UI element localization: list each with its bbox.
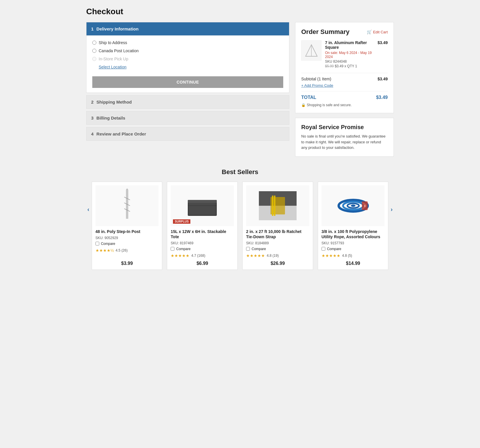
order-product-row: 7 in. Aluminum Rafter Square On sale: Ma… [301, 40, 388, 68]
total-label: TOTAL [301, 95, 316, 100]
product-1-compare-label: Compare [101, 242, 115, 246]
svg-line-3 [306, 45, 311, 56]
step-4-title: Review and Place Order [96, 131, 146, 136]
product-details: 7 in. Aluminum Rafter Square On sale: Ma… [325, 40, 374, 68]
product-2-compare-checkbox[interactable] [171, 247, 174, 251]
step-1-number: 1 [91, 26, 93, 31]
instore-pickup-label: In-Store Pick Up [99, 57, 128, 61]
qty: QTY 1 [347, 64, 357, 68]
product-line-price: $3.49 [378, 40, 388, 68]
step-1-header: 1 Delivery Information [86, 22, 289, 35]
product-sale: On sale: May 6 2024 - May 19 2024 [325, 51, 374, 59]
svg-point-21 [351, 205, 356, 207]
subtotal-row: Subtotal (1 Item) $3.49 [301, 77, 388, 81]
step-3-header: 3 Billing Details [86, 111, 289, 124]
sale-price: $3.49 [335, 64, 343, 68]
product-card-img-4: R [322, 185, 385, 226]
checkout-steps: 1 Delivery Information Ship to Address C… [86, 22, 289, 141]
product-2-compare[interactable]: Compare [171, 247, 234, 251]
product-3-price: $26.99 [246, 261, 309, 266]
product-sku: SKU 8244048 [325, 59, 374, 64]
total-value: $3.49 [376, 95, 388, 100]
divider-1 [301, 73, 388, 73]
product-3-name: 2 in. x 27 ft 10,000 lb Ratchet Tie-Down… [246, 229, 309, 239]
product-2-name: 15L x 12W x 6H in. Stackable Tote [171, 229, 234, 239]
best-sellers-section: Best Sellers ‹ [86, 168, 394, 270]
product-4-stars: ★★★★★ [322, 253, 340, 258]
step-2: 2 Shipping Method [86, 95, 289, 109]
rope-img: R [334, 194, 372, 217]
svg-marker-5 [126, 188, 128, 190]
instore-pickup-option: In-Store Pick Up [92, 57, 283, 61]
product-3-sku: SKU: 8184889 [246, 241, 309, 245]
step-3-title: Billing Details [96, 115, 125, 120]
product-3-rating: ★★★★★ 4.8 (19) [246, 253, 309, 258]
product-4-compare-checkbox[interactable] [322, 247, 325, 251]
product-price-detail: $5.99 $3.49 x QTY 1 [325, 64, 374, 68]
product-2-price: $6.99 [171, 261, 234, 266]
order-summary: Order Summary 🛒 Edit Cart [295, 22, 394, 113]
prev-arrow[interactable]: ‹ [86, 205, 92, 214]
product-3-compare-checkbox[interactable] [246, 247, 250, 251]
product-3-stars: ★★★★★ [246, 253, 265, 258]
ship-to-address-option[interactable]: Ship to Address [92, 40, 283, 45]
product-1-compare[interactable]: Compare [95, 242, 159, 246]
product-image [301, 40, 322, 61]
cart-icon: 🛒 [367, 30, 372, 34]
products-wrapper: 48 in. Poly Step-In Post SKU: 9052929 Co… [92, 182, 389, 270]
total-row: TOTAL $3.49 [301, 95, 388, 100]
right-column: Order Summary 🛒 Edit Cart [295, 22, 394, 157]
continue-button[interactable]: CONTINUE [92, 76, 283, 88]
original-price: $5.99 [325, 64, 334, 68]
product-card-4: R 3/8 in. x 100 ft Polypropylene Utility… [318, 182, 389, 270]
add-promo-link[interactable]: + Add Promo Code [301, 83, 333, 88]
lock-icon: 🔒 [301, 103, 306, 107]
strap-img [259, 191, 297, 220]
svg-rect-12 [188, 200, 217, 203]
select-location-link[interactable]: Select Location [99, 65, 127, 69]
edit-cart-link[interactable]: 🛒 Edit Cart [367, 30, 388, 34]
svg-rect-16 [272, 196, 273, 216]
product-4-rating: ★★★★★ 4.8 (5) [322, 253, 385, 258]
product-4-count: 4.8 (5) [342, 254, 352, 258]
surplus-badge-2: SURPLUS [173, 219, 190, 224]
product-1-rating: ★★★★½ 4.5 (26) [95, 248, 159, 253]
canada-post-label: Canada Post Location [99, 48, 139, 53]
order-summary-title: Order Summary [301, 28, 349, 36]
edit-cart-label: Edit Cart [373, 30, 388, 34]
product-4-compare[interactable]: Compare [322, 247, 385, 251]
product-4-name: 3/8 in. x 100 ft Polypropylene Utility R… [322, 229, 385, 239]
product-name: 7 in. Aluminum Rafter Square [325, 40, 374, 50]
step-4-header: 4 Review and Place Order [86, 127, 289, 140]
product-1-name: 48 in. Poly Step-In Post [95, 229, 159, 234]
product-image-svg [304, 43, 319, 58]
next-arrow[interactable]: › [388, 205, 394, 214]
canada-post-option[interactable]: Canada Post Location [92, 48, 283, 53]
royal-service-description: No sale is final until you're satisfied.… [301, 133, 388, 151]
product-card-img-1 [95, 185, 159, 226]
step-1-body: Ship to Address Canada Post Location In-… [86, 35, 289, 93]
ship-to-address-radio[interactable] [92, 41, 96, 45]
svg-rect-17 [274, 196, 275, 216]
canada-post-radio[interactable] [92, 49, 96, 53]
best-sellers-title: Best Sellers [86, 168, 394, 176]
step-3-number: 3 [91, 115, 93, 120]
royal-service-panel: Royal Service Promise No sale is final u… [295, 118, 394, 157]
step-2-header: 2 Shipping Method [86, 95, 289, 109]
royal-service-title: Royal Service Promise [301, 124, 388, 131]
svg-text:R: R [364, 205, 365, 207]
product-1-price: $3.99 [95, 261, 159, 266]
product-card-1: 48 in. Poly Step-In Post SKU: 9052929 Co… [92, 182, 163, 270]
product-1-stars: ★★★★½ [95, 248, 114, 253]
product-3-compare[interactable]: Compare [246, 247, 309, 251]
step-2-title: Shipping Method [96, 100, 132, 104]
ship-to-address-label: Ship to Address [99, 40, 127, 45]
product-4-compare-label: Compare [327, 247, 341, 251]
tote-img [185, 194, 220, 217]
product-card-3: 2 in. x 27 ft 10,000 lb Ratchet Tie-Down… [242, 182, 313, 270]
products-grid: 48 in. Poly Step-In Post SKU: 9052929 Co… [92, 182, 389, 270]
step-2-number: 2 [91, 100, 93, 104]
step-1: 1 Delivery Information Ship to Address C… [86, 22, 289, 93]
product-2-stars: ★★★★★ [171, 253, 190, 258]
product-1-compare-checkbox[interactable] [95, 242, 99, 245]
